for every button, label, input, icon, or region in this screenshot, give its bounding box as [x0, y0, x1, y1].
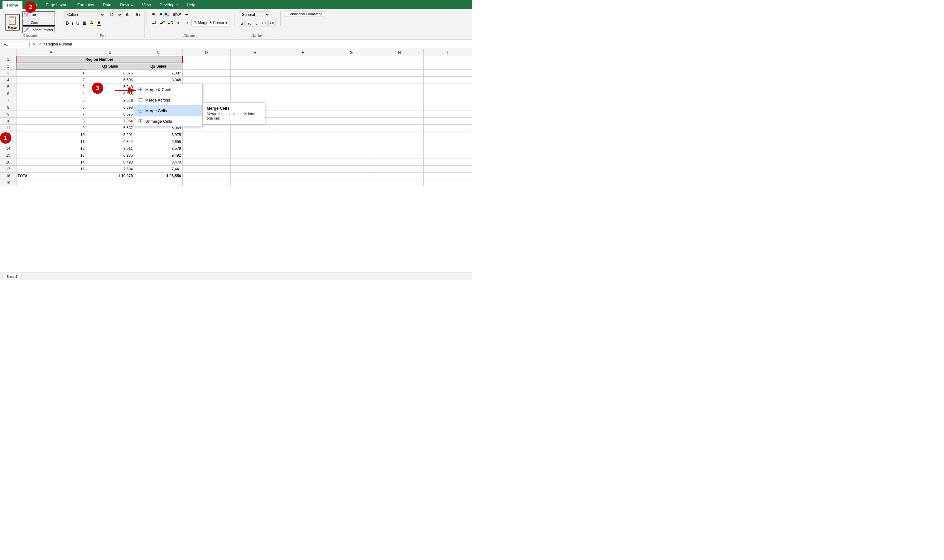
- sheet-area: A B C D E F G H I 1 Region Number: [0, 49, 472, 272]
- col-header-i[interactable]: I: [424, 49, 472, 56]
- bold-button[interactable]: B: [65, 20, 70, 26]
- cell-h2[interactable]: [375, 63, 424, 70]
- cell-c3[interactable]: 7,087: [134, 70, 182, 77]
- col-header-d[interactable]: D: [182, 49, 231, 56]
- cut-icon: ✂️: [24, 12, 29, 17]
- decrease-decimal-button[interactable]: -.0: [268, 20, 276, 26]
- tab-formulas[interactable]: Formulas: [73, 1, 99, 9]
- font-color-button[interactable]: A: [96, 20, 103, 26]
- comma-button[interactable]: ,: [254, 20, 259, 26]
- cell-total-c[interactable]: 1,06,556: [134, 172, 182, 179]
- cell-g1[interactable]: [327, 56, 375, 63]
- indent-increase-button[interactable]: ⇥: [184, 20, 190, 26]
- cell-total-label[interactable]: TOTAL: [16, 172, 86, 179]
- cell-e2[interactable]: [231, 63, 279, 70]
- cancel-formula-icon[interactable]: ✕: [32, 42, 36, 47]
- cell-a1[interactable]: Region Number: [16, 56, 182, 63]
- increase-decimal-button[interactable]: .0+: [260, 20, 268, 26]
- conditional-formatting-button[interactable]: Conditional Formatting: [285, 11, 325, 17]
- align-center-button[interactable]: ≡C: [159, 20, 166, 26]
- cell-d3[interactable]: [182, 70, 231, 77]
- cell-total-b[interactable]: 1,10,378: [86, 172, 134, 179]
- dropdown-merge-center-label: Merge & Center: [145, 87, 174, 92]
- cell-f1[interactable]: [279, 56, 327, 63]
- cell-g3[interactable]: [327, 70, 375, 77]
- cut-label: Cut: [31, 13, 36, 17]
- cell-d2[interactable]: [182, 63, 231, 70]
- border-button[interactable]: ⊞: [81, 20, 88, 26]
- dropdown-item-unmerge-cells[interactable]: ⊞ Unmerge Cells: [134, 116, 202, 126]
- cell-f3[interactable]: [279, 70, 327, 77]
- paste-button[interactable]: 📋 Paste: [5, 14, 20, 31]
- cell-i3[interactable]: [424, 70, 472, 77]
- number-row2: $ % , .0+ -.0: [239, 20, 276, 26]
- decrease-font-button[interactable]: A↓: [134, 11, 142, 18]
- italic-button[interactable]: I: [71, 20, 74, 26]
- sheet-tab-1[interactable]: Sheet1: [3, 274, 22, 279]
- cell-b3[interactable]: 8,876: [86, 70, 134, 77]
- cell-a2[interactable]: [16, 63, 86, 70]
- align-right-button[interactable]: ≡R: [167, 20, 174, 26]
- text-direction-button[interactable]: ab↗: [172, 11, 183, 17]
- tab-view[interactable]: View: [138, 1, 155, 9]
- copy-button[interactable]: 📄 Copy: [22, 19, 55, 26]
- tab-pagelayout[interactable]: Page Layout: [42, 1, 73, 9]
- tab-help[interactable]: Help: [182, 1, 199, 9]
- font-size-select[interactable]: 11: [107, 11, 122, 18]
- tab-home[interactable]: Home: [3, 0, 22, 9]
- confirm-formula-icon[interactable]: ✓: [38, 42, 42, 47]
- cell-i2[interactable]: [424, 63, 472, 70]
- ribbon-tabs: Home Insert Page Layout Formulas Data Re…: [0, 0, 472, 9]
- cell-a3[interactable]: 1: [16, 70, 86, 77]
- col-header-f[interactable]: F: [279, 49, 327, 56]
- col-header-g[interactable]: G: [327, 49, 375, 56]
- cell-d1[interactable]: [182, 56, 231, 63]
- number-label: Number: [251, 33, 263, 37]
- cell-h1[interactable]: [375, 56, 424, 63]
- number-format-select[interactable]: General: [239, 11, 270, 18]
- cell-c4[interactable]: 8,048: [134, 77, 182, 83]
- cell-f2[interactable]: [279, 63, 327, 70]
- total-row: 18 TOTAL 1,10,378 1,06,556: [0, 172, 472, 179]
- align-bottom-button[interactable]: ≡↓: [164, 11, 170, 17]
- underline-button[interactable]: U: [75, 20, 81, 26]
- merge-center-button[interactable]: ⊞ Merge & Center ▾: [191, 19, 230, 26]
- tab-developer[interactable]: Developer: [155, 1, 182, 9]
- align-middle-button[interactable]: ≡: [158, 11, 163, 17]
- cell-a4[interactable]: 2: [16, 77, 86, 83]
- fill-color-button[interactable]: A: [88, 20, 95, 26]
- cut-button[interactable]: ✂️ Cut: [22, 11, 55, 18]
- cell-b2-sales[interactable]: Q1 Sales: [86, 63, 134, 70]
- cell-h3[interactable]: [375, 70, 424, 77]
- unmerge-cells-menu-icon: ⊞: [138, 118, 143, 125]
- dropdown-item-merge-center[interactable]: ⊞ Merge & Center: [134, 84, 202, 95]
- cell-e3[interactable]: [231, 70, 279, 77]
- col-header-b[interactable]: B: [86, 49, 134, 56]
- cell-g2[interactable]: [327, 63, 375, 70]
- cell-i1[interactable]: [424, 56, 472, 63]
- accounting-button[interactable]: $: [239, 20, 245, 26]
- col-header-e[interactable]: E: [231, 49, 279, 56]
- merge-dropdown-menu: ⊞ Merge & Center ⊟ Merge Across ⊡ Merge …: [134, 84, 203, 127]
- tab-review[interactable]: Review: [116, 1, 138, 9]
- col-header-h[interactable]: H: [375, 49, 424, 56]
- formula-input[interactable]: [46, 42, 471, 46]
- tab-data[interactable]: Data: [99, 1, 116, 9]
- col-header-a[interactable]: A: [16, 49, 86, 56]
- percent-button[interactable]: %: [246, 20, 253, 26]
- insert-function-icon[interactable]: f: [44, 42, 45, 47]
- dropdown-item-merge-across[interactable]: ⊟ Merge Across: [134, 95, 202, 105]
- align-top-button[interactable]: ≡↑: [151, 11, 158, 17]
- cell-c2[interactable]: Q2 Sales: [134, 63, 182, 70]
- align-left-button[interactable]: ≡L: [151, 20, 158, 26]
- cell-reference-input[interactable]: [1, 41, 26, 47]
- indent-decrease-button[interactable]: ⇤: [176, 20, 182, 26]
- dropdown-item-merge-cells[interactable]: ⊡ Merge Cells: [134, 105, 202, 116]
- wrap-text-button[interactable]: ↵: [184, 11, 190, 17]
- format-painter-button[interactable]: 🖌️ Format Painter: [22, 26, 55, 33]
- col-header-c[interactable]: C: [134, 49, 182, 56]
- font-name-select[interactable]: Calibri: [65, 11, 105, 18]
- table-row: 15 13 6,985 9,492: [0, 152, 472, 159]
- increase-font-button[interactable]: A↑: [124, 11, 132, 18]
- cell-e1[interactable]: [231, 56, 279, 63]
